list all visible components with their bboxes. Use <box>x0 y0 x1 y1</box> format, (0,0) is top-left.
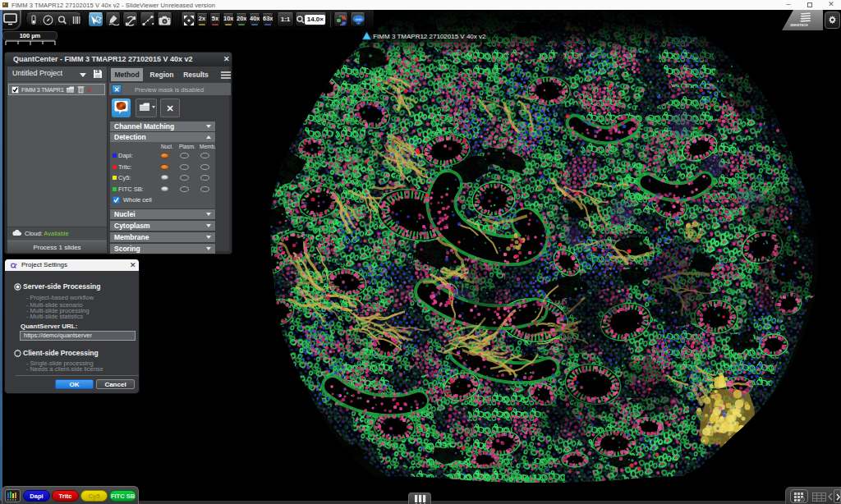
svg-text:slide: slide <box>355 17 362 21</box>
